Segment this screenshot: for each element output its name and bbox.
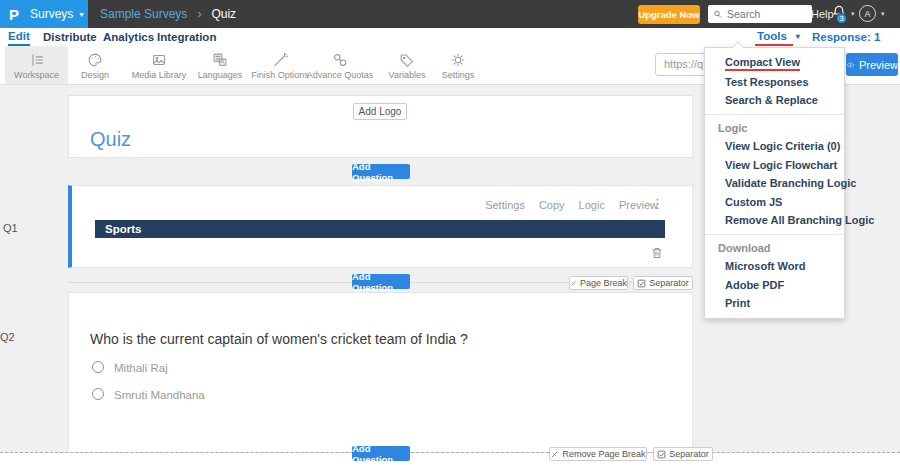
tab-distribute[interactable]: Distribute bbox=[43, 28, 97, 46]
search-input[interactable] bbox=[727, 8, 807, 20]
toolbar-tab-advance-quotas[interactable]: Advance Quotas bbox=[306, 46, 374, 84]
survey-title[interactable]: Quiz bbox=[90, 128, 131, 151]
page-break-icon bbox=[550, 450, 559, 459]
eye-icon bbox=[846, 59, 855, 71]
menu-item-view-logic-flowchart[interactable]: View Logic Flowchart bbox=[705, 156, 844, 175]
q1-copy-link[interactable]: Copy bbox=[539, 199, 565, 213]
chevron-down-icon[interactable]: ▾ bbox=[881, 10, 885, 18]
breadcrumb: Sample Surveys › Quiz bbox=[100, 0, 236, 28]
menu-item-custom-js[interactable]: Custom JS bbox=[705, 193, 844, 212]
toolbar-tab-finish-options[interactable]: Finish Options bbox=[248, 46, 312, 84]
menu-item-search-replace[interactable]: Search & Replace bbox=[705, 91, 844, 110]
q1-settings-link[interactable]: Settings bbox=[485, 199, 525, 213]
tab-edit[interactable]: Edit bbox=[8, 28, 30, 46]
menu-item-adobe-pdf[interactable]: Adobe PDF bbox=[705, 276, 844, 295]
next-page-area bbox=[0, 453, 900, 467]
languages-icon: A bbox=[211, 51, 229, 69]
menu-item-validate-branching-logic[interactable]: Validate Branching Logic bbox=[705, 174, 844, 193]
page-break-dotted-line bbox=[0, 452, 900, 453]
avatar[interactable]: A bbox=[859, 5, 876, 22]
breadcrumb-separator-icon: › bbox=[197, 7, 201, 21]
question-number-q2: Q2 bbox=[0, 331, 15, 343]
product-label: Surveys bbox=[30, 7, 73, 21]
menu-header-download: Download bbox=[705, 239, 844, 258]
menu-item-compact-view[interactable]: Compact View bbox=[705, 54, 844, 73]
separator-checkbox-icon bbox=[637, 279, 646, 288]
trash-icon[interactable] bbox=[649, 244, 665, 262]
radio-button-option-1[interactable] bbox=[92, 361, 104, 373]
top-bar: P Surveys ▾ Sample Surveys › Quiz Upgrad… bbox=[0, 0, 900, 28]
media-library-icon bbox=[150, 51, 168, 69]
notification-badge: 3 bbox=[836, 13, 847, 24]
upgrade-now-button[interactable]: Upgrade Now bbox=[638, 5, 700, 24]
add-question-button-middle[interactable]: Add Question bbox=[352, 274, 410, 289]
svg-text:A: A bbox=[221, 60, 225, 65]
q1-block-title[interactable]: Sports bbox=[95, 220, 665, 238]
response-count: Response: 1 bbox=[812, 28, 880, 46]
menu-item-microsoft-word[interactable]: Microsoft Word bbox=[705, 257, 844, 276]
preview-button[interactable]: Preview bbox=[846, 53, 898, 76]
settings-icon bbox=[449, 51, 467, 69]
menu-item-test-responses[interactable]: Test Responses bbox=[705, 73, 844, 92]
chevron-down-icon: ▾ bbox=[796, 32, 800, 41]
q1-logic-link[interactable]: Logic bbox=[579, 199, 605, 213]
tools-menu-button[interactable]: Tools ▾ bbox=[757, 28, 800, 44]
separator-button-bottom[interactable]: Separator bbox=[653, 447, 713, 461]
app-logo-surveys-switcher[interactable]: P Surveys ▾ bbox=[0, 0, 88, 28]
remove-page-break-button[interactable]: Remove Page Break bbox=[549, 447, 647, 461]
q1-action-links: Settings Copy Logic Preview bbox=[68, 199, 658, 213]
q2-question-text[interactable]: Who is the current captain of women's cr… bbox=[90, 331, 468, 347]
toolbar-tab-design[interactable]: Design bbox=[63, 46, 127, 84]
menu-divider bbox=[705, 114, 844, 115]
breadcrumb-sample-surveys[interactable]: Sample Surveys bbox=[100, 7, 187, 21]
tools-dropdown-menu: Compact View Test Responses Search & Rep… bbox=[704, 47, 845, 319]
menu-item-view-logic-criteria[interactable]: View Logic Criteria (0) bbox=[705, 137, 844, 156]
variables-icon bbox=[398, 51, 416, 69]
menu-item-print[interactable]: Print bbox=[705, 294, 844, 313]
add-question-button-bottom[interactable]: Add Question bbox=[352, 446, 410, 461]
tab-analytics[interactable]: Analytics bbox=[103, 28, 154, 46]
page-break-button[interactable]: Page Break bbox=[569, 276, 628, 290]
advance-quotas-icon bbox=[331, 51, 349, 69]
breadcrumb-current-quiz: Quiz bbox=[211, 7, 236, 21]
toolbar-tab-media-library[interactable]: Media Library bbox=[127, 46, 191, 84]
toolbar-tab-languages[interactable]: A Languages bbox=[188, 46, 252, 84]
q2-option-2-label[interactable]: Smruti Mandhana bbox=[114, 389, 205, 401]
toolbar-tab-settings[interactable]: Settings bbox=[426, 46, 490, 84]
menu-item-remove-all-branching-logic[interactable]: Remove All Branching Logic bbox=[705, 211, 844, 230]
workspace-icon bbox=[28, 51, 46, 69]
separator-checkbox-icon bbox=[657, 450, 666, 459]
finish-options-icon bbox=[271, 51, 289, 69]
add-logo-button[interactable]: Add Logo bbox=[353, 103, 407, 120]
chevron-down-icon[interactable]: ▾ bbox=[851, 10, 855, 18]
chevron-down-icon: ▾ bbox=[79, 10, 83, 19]
design-icon bbox=[86, 51, 104, 69]
tab-integration[interactable]: Integration bbox=[157, 28, 216, 46]
global-search[interactable] bbox=[708, 5, 812, 23]
menu-header-logic: Logic bbox=[705, 119, 844, 138]
page-break-icon bbox=[570, 279, 577, 288]
menu-divider bbox=[705, 234, 844, 235]
radio-button-option-2[interactable] bbox=[92, 388, 104, 400]
search-icon bbox=[713, 9, 723, 20]
kebab-menu-icon[interactable]: ⋮ bbox=[651, 196, 664, 211]
q2-option-1-label[interactable]: Mithali Raj bbox=[114, 362, 168, 374]
add-question-button-top[interactable]: Add Question bbox=[352, 164, 410, 179]
separator-button[interactable]: Separator bbox=[633, 276, 693, 290]
question-number-q1: Q1 bbox=[3, 222, 18, 234]
questionpro-logo: P bbox=[9, 6, 19, 23]
toolbar-tab-workspace[interactable]: Workspace bbox=[5, 46, 68, 84]
